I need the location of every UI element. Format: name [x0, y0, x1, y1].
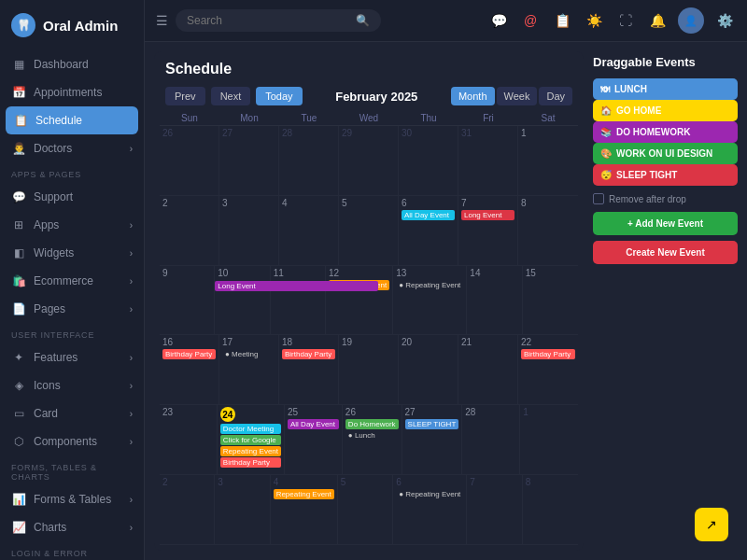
sidebar-item-dashboard[interactable]: ▦ Dashboard [0, 50, 144, 78]
sidebar-item-doctors[interactable]: 👨‍⚕️ Doctors › [0, 134, 144, 162]
cal-cell[interactable]: 31 [458, 126, 518, 195]
cal-cell[interactable]: 8 [523, 475, 578, 544]
cal-cell[interactable]: 7Long Event [458, 196, 518, 265]
draggable-event[interactable]: 📚DO HOMEWORK [593, 121, 738, 143]
calendar-event[interactable]: All Day Event [402, 210, 455, 220]
cal-cell[interactable]: 6All Day Event [399, 196, 458, 265]
cal-cell[interactable]: 13● Repeating Event [393, 266, 467, 335]
calendar-event[interactable]: ● Lunch [345, 430, 399, 441]
sidebar-item-features[interactable]: ✦ Features › [0, 343, 144, 371]
today-button[interactable]: Today [256, 87, 302, 105]
sidebar-item-icons[interactable]: ◈ Icons › [0, 371, 144, 399]
avatar[interactable]: 👤 [678, 7, 704, 34]
chat-icon[interactable]: 💬 [487, 9, 510, 32]
calendar-event[interactable]: Long Event [215, 281, 378, 291]
sidebar-item-support[interactable]: 💬 Support [0, 183, 144, 211]
settings-icon[interactable]: ⚙️ [713, 9, 736, 32]
calendar-event[interactable]: Click for Google [220, 435, 281, 445]
cal-cell[interactable]: 23 [160, 405, 218, 474]
cal-cell[interactable]: 1 [518, 126, 578, 195]
prev-button[interactable]: Prev [165, 87, 205, 105]
cal-cell[interactable]: 4 [279, 196, 339, 265]
calendar-event[interactable]: Do Homework [345, 419, 399, 429]
sidebar-item-widgets[interactable]: ◧ Widgets › [0, 239, 144, 267]
cal-cell[interactable]: 16Birthday Party [160, 335, 219, 404]
cal-cell[interactable]: 3 [219, 196, 279, 265]
sidebar-item-charts[interactable]: 📈 Charts › [0, 513, 144, 541]
calendar-event[interactable]: SLEEP TIGHT [405, 419, 459, 429]
cal-cell[interactable]: 28 [462, 405, 520, 474]
cal-cell[interactable]: 5 [338, 475, 393, 544]
notification-icon[interactable]: 🔔 [646, 9, 669, 32]
calendar-event[interactable]: ● Meeting [222, 349, 275, 359]
calendar-event[interactable]: Birthday Party [162, 349, 216, 359]
cal-cell[interactable]: 12Repeating Event [326, 266, 393, 335]
search-box[interactable]: 🔍 [176, 9, 381, 32]
cal-cell[interactable]: 27SLEEP TIGHT [402, 405, 463, 474]
calendar-event[interactable]: Repeating Event [220, 446, 281, 456]
sidebar-item-components[interactable]: ⬡ Components › [0, 427, 144, 455]
hamburger-icon[interactable]: ☰ [156, 13, 168, 28]
cal-cell[interactable]: 27 [219, 126, 279, 195]
search-input[interactable] [187, 14, 350, 27]
remove-checkbox[interactable] [593, 193, 604, 204]
sidebar-item-ecommerce[interactable]: 🛍️ Ecommerce › [0, 267, 144, 295]
cal-cell[interactable]: 20 [399, 335, 458, 404]
draggable-event[interactable]: 🏠GO HOME [593, 100, 738, 121]
create-event-button[interactable]: Create New Event [593, 241, 738, 264]
at-icon[interactable]: @ [519, 9, 542, 32]
draggable-event[interactable]: 😴SLEEP TIGHT [593, 164, 738, 186]
sidebar-item-appointments[interactable]: 📅 Appointments [0, 78, 144, 106]
fab-button[interactable]: ↗ [695, 508, 728, 541]
cal-cell[interactable]: 19 [339, 335, 399, 404]
cal-cell[interactable]: 10Long Event [215, 266, 270, 335]
cal-cell[interactable]: 15 [523, 266, 578, 335]
sun-icon[interactable]: ☀️ [583, 9, 605, 32]
cal-cell[interactable]: 28 [279, 126, 339, 195]
calendar-event[interactable]: ● Repeating Event [396, 280, 463, 290]
sidebar-item-schedule[interactable]: 📋 Schedule [6, 106, 138, 134]
draggable-event[interactable]: 🍽LUNCH [593, 78, 738, 100]
cal-cell[interactable]: 6● Repeating Event [393, 475, 467, 544]
day-view-button[interactable]: Day [539, 87, 572, 105]
cal-cell[interactable]: 30 [399, 126, 458, 195]
add-event-button[interactable]: + Add New Event [593, 212, 738, 235]
cal-cell[interactable]: 29 [339, 126, 399, 195]
cal-cell[interactable]: 25All Day Event [285, 405, 343, 474]
sidebar-item-forms-tables[interactable]: 📊 Forms & Tables › [0, 485, 144, 513]
cal-cell[interactable]: 1 [520, 405, 578, 474]
cal-cell[interactable]: 17● Meeting [219, 335, 279, 404]
clipboard-icon[interactable]: 📋 [551, 9, 573, 32]
calendar-event[interactable]: Birthday Party [282, 349, 335, 359]
cal-cell[interactable]: 8 [518, 196, 578, 265]
next-button[interactable]: Next [211, 87, 251, 105]
cal-cell[interactable]: 9 [160, 266, 215, 335]
sidebar-item-pages[interactable]: 📄 Pages › [0, 295, 144, 323]
calendar-event[interactable]: Repeating Event [274, 489, 334, 499]
calendar-event[interactable]: All Day Event [288, 419, 339, 429]
sidebar-item-card[interactable]: ▭ Card › [0, 399, 144, 427]
cal-cell[interactable]: 18Birthday Party [279, 335, 339, 404]
calendar-event[interactable]: Birthday Party [521, 349, 575, 359]
cal-cell[interactable]: 26 [160, 126, 219, 195]
cal-cell[interactable]: 4Repeating Event [271, 475, 338, 544]
cal-cell[interactable]: 3 [215, 475, 270, 544]
calendar-event[interactable]: Long Event [461, 210, 514, 220]
draggable-event[interactable]: 🎨WORK ON UI DESIGN [593, 143, 738, 164]
cal-cell[interactable]: 11 [271, 266, 326, 335]
calendar-event[interactable]: Doctor Meeting [220, 424, 281, 434]
sidebar-item-apps[interactable]: ⊞ Apps › [0, 211, 144, 239]
cal-cell[interactable]: 7 [467, 475, 522, 544]
calendar-event[interactable]: Birthday Party [220, 457, 281, 468]
cal-cell[interactable]: 22Birthday Party [518, 335, 578, 404]
cal-cell[interactable]: 2 [160, 475, 215, 544]
cal-cell[interactable]: 21 [458, 335, 518, 404]
cal-cell[interactable]: 5 [339, 196, 399, 265]
fullscreen-icon[interactable]: ⛶ [614, 9, 637, 32]
month-view-button[interactable]: Month [451, 87, 495, 105]
cal-cell[interactable]: 14 [467, 266, 522, 335]
calendar-event[interactable]: ● Repeating Event [396, 489, 463, 499]
week-view-button[interactable]: Week [497, 87, 538, 105]
cal-cell[interactable]: 2 [160, 196, 219, 265]
cal-cell[interactable]: 24Doctor MeetingClick for GoogleRepeatin… [218, 405, 285, 474]
